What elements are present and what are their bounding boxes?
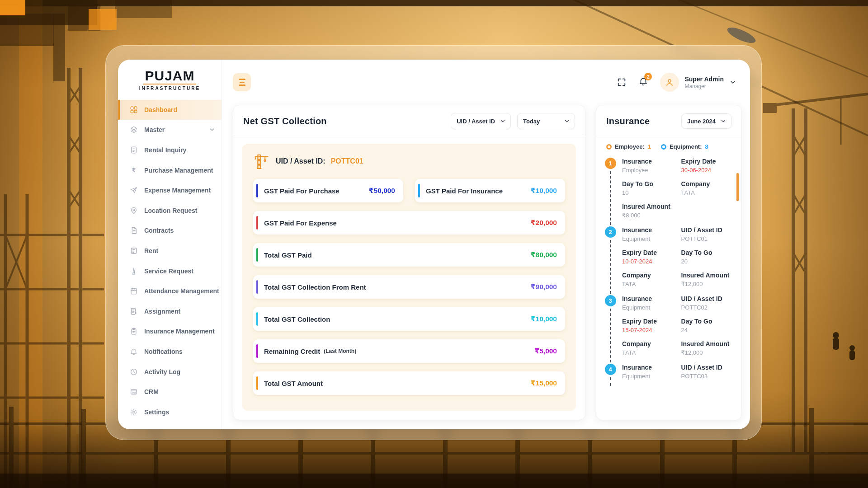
timeline-dotted-line [610,309,611,362]
sidebar-item[interactable]: Expense Management [118,180,222,201]
field-value: POTTC03 [681,373,732,380]
gst-row: Total GST Collection From Rent ₹90,000 [253,275,565,299]
field-value: Employee [622,167,678,174]
sidebar-item[interactable]: Activity Log [118,361,222,382]
notifications-button[interactable]: 2 [638,76,648,88]
sidebar-item[interactable]: Rent [118,241,222,261]
svg-text:₹: ₹ [132,167,136,174]
sidebar-item[interactable]: Location Request [118,200,222,221]
asset-value: POTTC01 [331,157,363,165]
insurance-field: Insured Amount ₹12,000 [681,340,732,356]
gst-row: GST Paid For Purchase ₹50,000 [253,179,403,202]
sidebar-item[interactable]: Settings [118,402,222,422]
timeline: 4 [604,364,616,387]
sidebar-item[interactable]: Rental Inquiry [118,140,222,160]
month-select[interactable]: June 2024 [681,113,731,129]
user-name: Super Admin [684,75,724,83]
gst-panel-header: Net GST Collection UID / Asset ID Today [233,105,585,137]
rupee-icon: ₹ [130,166,138,174]
gst-row: GST Paid For Insurance ₹10,000 [415,179,565,202]
clipboard-icon [130,327,138,335]
sidebar-item[interactable]: Insurance Management [118,321,222,342]
gear-icon [130,408,138,416]
scrollbar-thumb[interactable] [736,173,739,201]
field-value: Equipment [622,373,678,380]
sidebar-item-label: Attendance Management [144,287,219,295]
insurance-item: 1 Insurance Employee Expiry Date 30-0 [604,158,732,226]
row-color-bar [256,376,258,390]
topbar-actions: 2 Super Admin Manager [617,73,736,92]
gst-row: Total GST Collection ₹10,000 [253,307,565,331]
filter-select-value: Today [523,118,540,125]
insurance-field: Insurance Employee [622,158,678,174]
sidebar-item-label: Notifications [144,348,183,355]
timeline-dotted-line [610,171,611,225]
filter-select[interactable]: Today [517,113,575,129]
legend-item: Equipment: 8 [661,143,708,150]
sidebar-item-label: Purchase Management [144,167,213,174]
legend-ring-icon [661,144,666,150]
legend-count: 8 [705,143,708,150]
sidebar-item[interactable]: Service Request [118,261,222,281]
item-number-badge: 3 [605,295,616,306]
insurance-field: Insured Amount ₹8,000 [622,203,678,219]
insurance-list: 1 Insurance Employee Expiry Date 30-0 [596,152,741,420]
layers-icon [130,126,138,134]
insurance-field: Expiry Date 10-07-2024 [622,249,678,265]
sidebar-item-label: Activity Log [144,368,180,375]
gst-row-label: GST Paid For Expense [264,219,337,227]
gst-row-value: ₹50,000 [369,187,395,195]
brand-name: PUJAM [143,69,196,84]
sidebar-item[interactable]: Assignment [118,301,222,321]
crane-icon [253,153,270,170]
field-value: POTTC02 [681,304,732,311]
insurance-fields: Insurance Equipment UID / Asset ID POTTC… [622,226,732,295]
timeline: 2 [604,226,616,295]
gst-row-label: Total GST Paid [264,251,312,259]
fullscreen-icon[interactable] [617,77,627,87]
filter-select-value: UID / Asset ID [457,118,495,125]
field-label: Insured Amount [622,203,678,210]
item-number-badge: 2 [605,226,616,238]
document-icon [130,146,138,154]
brand-logo: PUJAM INFRASTRUCTURE [118,60,222,94]
field-value: TATA [681,189,732,196]
timeline: 3 [604,295,616,364]
insurance-fields: Insurance Equipment UID / Asset ID POTTC… [622,364,732,387]
field-label: Day To Go [622,180,678,188]
sidebar-item[interactable]: Attendance Management [118,281,222,301]
sidebar-item[interactable]: Contracts [118,221,222,241]
insurance-legend: Employee: 1 Equipment: 8 [596,137,741,152]
filter-select[interactable]: UID / Asset ID [451,113,511,129]
sidebar-item-label: Insurance Management [144,328,215,335]
topbar: 2 Super Admin Manager [222,60,750,105]
menu-toggle-button[interactable] [233,73,251,91]
avatar [660,73,679,92]
gst-row-value: ₹20,000 [531,219,557,227]
gst-row-note: (Last Month) [324,348,356,354]
contract-icon [130,226,138,235]
sidebar-item[interactable]: Notifications [118,342,222,362]
field-value: ₹8,000 [622,212,678,219]
sidebar-item[interactable]: ₹ Purchase Management [118,160,222,180]
field-label: UID / Asset ID [681,364,732,371]
user-menu[interactable]: Super Admin Manager [660,73,736,92]
field-value: 15-07-2024 [622,327,678,333]
tower-icon [130,267,138,275]
sidebar-item-label: Contracts [144,227,174,234]
divider [233,137,585,137]
field-label: Insurance [622,226,678,234]
legend-ring-icon [606,144,612,150]
user-info: Super Admin Manager [684,75,724,90]
sidebar-item[interactable]: Dashboard [118,100,222,120]
field-label: Expiry Date [622,318,678,325]
field-value: 30-06-2024 [681,167,732,174]
field-label: Day To Go [681,249,732,256]
field-label: Day To Go [681,318,732,325]
sidebar-item[interactable]: CRM CRM [118,382,222,402]
sidebar-item-label: Rental Inquiry [144,146,186,154]
sidebar-item-label: Assignment [144,308,180,315]
row-color-bar [256,184,258,197]
sidebar-item[interactable]: Master [118,120,222,140]
chevron-down-icon [209,127,215,133]
